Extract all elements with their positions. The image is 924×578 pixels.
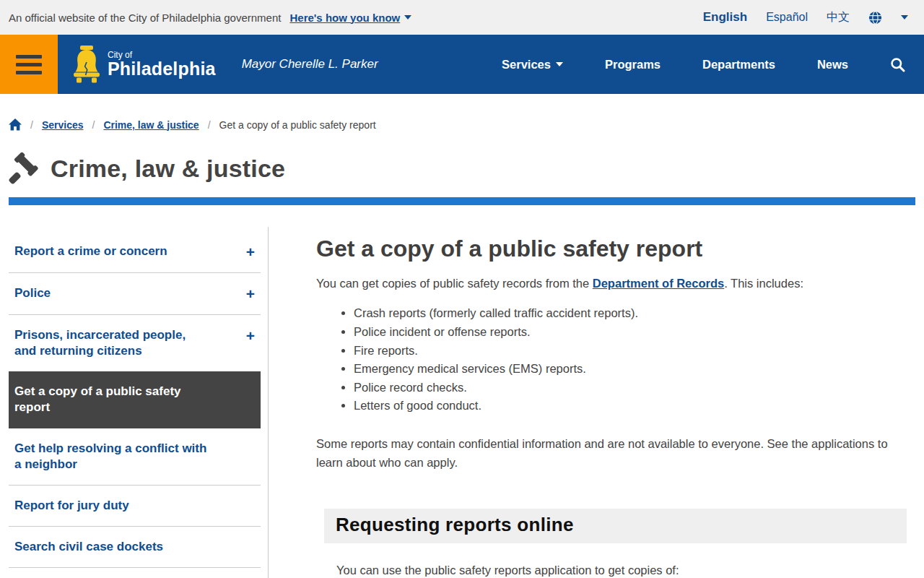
sidebar-item-resolve-conflict[interactable]: Get help resolving a conflict with a nei… (9, 428, 261, 486)
sidebar-item-label: Search civil case dockets (14, 539, 163, 555)
intro-text: . This includes: (724, 277, 803, 290)
sidebar-item-label: Get a copy of a public safety report (14, 384, 211, 415)
sidebar-item-label: Prisons, incarcerated people, and return… (14, 327, 211, 359)
breadcrumb-home-link[interactable] (9, 118, 22, 131)
intro-paragraph: You can get copies of public safety reco… (316, 274, 907, 293)
language-globe-button[interactable] (868, 11, 882, 25)
list-item: Crash reports (formerly called traffic a… (354, 304, 907, 323)
breadcrumb: / Services / Crime, law & justice / Get … (0, 94, 924, 131)
mayor-name-text: Mayor Cherelle L. Parker (242, 57, 378, 72)
menu-icon (16, 71, 42, 74)
menu-icon (16, 63, 42, 66)
gavel-icon (9, 152, 40, 184)
breadcrumb-separator: / (92, 119, 95, 131)
sidebar-item-report-crime[interactable]: Report a crime or concern + (9, 231, 261, 273)
list-item: Letters of good conduct. (354, 397, 907, 415)
language-link-chinese[interactable]: 中文 (827, 10, 850, 25)
heres-how-you-know-button[interactable]: Here's how you know (289, 12, 411, 24)
section-intro: You can use the public safety reports ap… (336, 561, 907, 578)
plus-icon[interactable]: + (246, 327, 255, 344)
section-header: Requesting reports online (324, 509, 907, 543)
breadcrumb-current-page: Get a copy of a public safety report (219, 119, 376, 131)
breadcrumb-separator: / (208, 119, 211, 131)
service-sidebar: Report a crime or concern + Police + Pri… (9, 227, 269, 578)
nav-services-label: Services (502, 58, 551, 72)
official-banner-text: An official website of the City of Phila… (9, 12, 281, 24)
logo-philadelphia-text: Philadelphia (108, 59, 216, 78)
nav-services[interactable]: Services (502, 58, 563, 72)
article-title: Get a copy of a public safety report (316, 236, 907, 262)
heres-how-you-know-label: Here's how you know (289, 12, 400, 24)
title-accent-bar (9, 197, 915, 205)
sidebar-item-public-safety-report-active[interactable]: Get a copy of a public safety report (9, 371, 261, 428)
search-button[interactable] (890, 57, 905, 72)
sidebar-item-jury-duty[interactable]: Report for jury duty (9, 486, 261, 527)
content-area: Report a crime or concern + Police + Pri… (0, 227, 924, 578)
city-of-philadelphia-logo[interactable]: City of Philadelphia (72, 45, 216, 84)
sidebar-item-police[interactable]: Police + (9, 273, 261, 315)
list-item: Police incident or offense reports. (354, 323, 907, 342)
sidebar-item-label: Get help resolving a conflict with a nei… (14, 441, 211, 473)
chevron-down-icon (404, 15, 411, 20)
sidebar-item-civil-dockets[interactable]: Search civil case dockets (9, 527, 261, 568)
search-icon (890, 57, 905, 72)
plus-icon[interactable]: + (246, 243, 255, 260)
liberty-bell-icon (72, 45, 101, 84)
breadcrumb-category-link[interactable]: Crime, law & justice (103, 119, 199, 131)
list-item: Police record checks. (354, 379, 907, 397)
language-link-english[interactable]: English (703, 10, 747, 25)
department-of-records-link[interactable]: Department of Records (593, 277, 724, 290)
chevron-down-icon[interactable] (901, 15, 908, 20)
nav-departments[interactable]: Departments (702, 58, 775, 72)
plus-icon[interactable]: + (246, 285, 255, 302)
list-item: Fire reports. (354, 342, 907, 361)
site-header: City of Philadelphia Mayor Cherelle L. P… (0, 35, 924, 94)
intro-text: You can get copies of public safety reco… (316, 277, 593, 290)
main-article: Get a copy of a public safety report You… (316, 227, 907, 578)
nav-news[interactable]: News (817, 58, 848, 72)
page-title-row: Crime, law & justice (0, 131, 924, 184)
hamburger-menu-button[interactable] (0, 35, 58, 94)
logo-wordmark: City of Philadelphia (108, 51, 216, 79)
home-icon (9, 118, 22, 131)
list-item: Emergency medical services (EMS) reports… (354, 360, 907, 379)
sidebar-item-label: Police (14, 285, 51, 301)
section-title: Requesting reports online (336, 514, 895, 536)
sidebar-item-label: Report for jury duty (14, 498, 129, 514)
report-types-list: Crash reports (formerly called traffic a… (316, 304, 907, 415)
globe-icon (868, 11, 882, 25)
sidebar-item-voting[interactable]: Voting (9, 568, 261, 578)
official-banner: An official website of the City of Phila… (0, 0, 924, 35)
sidebar-item-prisons[interactable]: Prisons, incarcerated people, and return… (9, 315, 261, 371)
language-link-espanol[interactable]: Español (766, 11, 808, 24)
nav-programs[interactable]: Programs (605, 58, 661, 72)
breadcrumb-services-link[interactable]: Services (42, 119, 84, 131)
chevron-down-icon (556, 62, 563, 66)
page-title: Crime, law & justice (51, 155, 285, 183)
menu-icon (16, 55, 42, 59)
breadcrumb-separator: / (30, 119, 33, 131)
primary-nav: Services Programs Departments News (502, 57, 924, 72)
sidebar-item-label: Report a crime or concern (14, 243, 167, 259)
confidential-note: Some reports may contain confidential in… (316, 434, 907, 473)
